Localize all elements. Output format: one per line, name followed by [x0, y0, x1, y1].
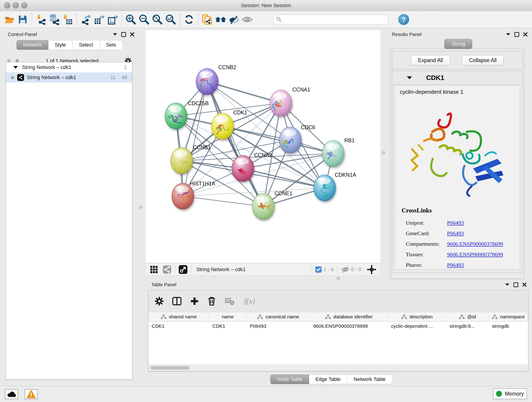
crosslink-link-tissues[interactable]: 9606.ENSP00000378699: [447, 251, 503, 258]
collapse-all-button[interactable]: Collapse All: [462, 55, 504, 65]
tab-network-table[interactable]: Network Table: [347, 375, 392, 384]
collapse-panel-icon[interactable]: [506, 33, 510, 36]
column-header-canonical-name[interactable]: canonical name: [247, 312, 310, 321]
import-network-icon: [36, 14, 46, 25]
zoom-out-button[interactable]: [138, 13, 151, 26]
network-node-CDK1[interactable]: CDK1: [211, 109, 247, 139]
string-style-button[interactable]: [163, 265, 171, 274]
tab-sets[interactable]: Sets: [100, 40, 123, 50]
warnings-button[interactable]: [25, 389, 38, 399]
selected-nodes-checkbox[interactable]: [315, 266, 322, 273]
memory-button[interactable]: Memory: [493, 388, 527, 399]
expand-all-button[interactable]: Expand All: [411, 55, 450, 65]
crosslink-link-compartments[interactable]: 9606.ENSP00000378699: [447, 241, 503, 247]
node-label-HIST1H1A: HIST1H1A: [190, 181, 215, 186]
tab-select[interactable]: Select: [73, 40, 100, 50]
network-node-CCNE1[interactable]: CCNE1: [252, 191, 292, 220]
scrollbar-thumb[interactable]: [151, 366, 190, 370]
column-header-database-identifier[interactable]: database identifier: [310, 312, 388, 321]
tab-edge-table[interactable]: Edge Table: [309, 375, 347, 384]
add-column-icon[interactable]: [190, 297, 199, 306]
column-header-name[interactable]: name: [209, 312, 247, 321]
column-header-id[interactable]: @id: [446, 312, 489, 321]
crosslink-link-genecard[interactable]: P06493: [447, 230, 464, 236]
network-edge[interactable]: [207, 82, 281, 103]
tab-string[interactable]: String: [444, 39, 472, 49]
show-all-button[interactable]: [241, 13, 254, 26]
column-header-shared-name[interactable]: shared name: [148, 312, 209, 321]
gene-section: CDK1 cyclin-dependent kinase 1: [392, 71, 523, 273]
collapse-panel-icon[interactable]: [113, 33, 117, 36]
save-session-button[interactable]: [16, 13, 29, 26]
network-node-CCNB2[interactable]: CCNB2: [196, 64, 236, 95]
table-options-gear-icon[interactable]: [155, 297, 164, 306]
right-splitter-handle[interactable]: [382, 151, 385, 154]
table-panel-title: Table Panel: [151, 282, 177, 287]
export-network-button[interactable]: [79, 13, 93, 26]
left-splitter-handle[interactable]: [139, 206, 143, 209]
float-panel-icon[interactable]: [513, 282, 518, 287]
network-row-selected[interactable]: String Network – cdk1 11 48: [6, 72, 132, 83]
delete-column-icon[interactable]: [208, 297, 216, 306]
gene-section-header[interactable]: CDK1: [392, 71, 522, 85]
column-header-namespace[interactable]: namespace: [489, 312, 528, 321]
node-label-CCNE1: CCNE1: [274, 191, 292, 196]
zoom-fit-button[interactable]: [151, 13, 164, 26]
import-network-from-database-button[interactable]: [48, 13, 61, 26]
crosslink-row: Pharos:P06493: [406, 260, 518, 270]
collapse-panel-icon[interactable]: [505, 283, 509, 286]
network-edge[interactable]: [183, 82, 207, 196]
network-collection-row[interactable]: String Network – cdk1 1: [6, 62, 132, 72]
network-edge[interactable]: [207, 82, 263, 206]
first-neighbors-button[interactable]: [214, 13, 227, 26]
close-panel-icon[interactable]: [523, 32, 527, 36]
export-table-button[interactable]: [93, 13, 106, 26]
birds-eye-view-button[interactable]: [179, 265, 187, 274]
memory-label: Memory: [505, 391, 524, 397]
export-image-button[interactable]: [106, 13, 119, 26]
import-network-button[interactable]: [34, 13, 48, 26]
tab-style[interactable]: Style: [48, 40, 73, 50]
refresh-button[interactable]: [182, 13, 196, 26]
delete-table-icon[interactable]: [225, 297, 234, 305]
float-panel-icon[interactable]: [514, 32, 519, 37]
table-row[interactable]: CDK1CDK1P064939606.ENSP00000378699cyclin…: [148, 322, 528, 331]
network-node-CDC6[interactable]: CDC6: [279, 124, 315, 153]
window-title: Session: New Session: [0, 0, 532, 11]
hidden-items-indicator[interactable]: [341, 266, 349, 273]
import-table-icon: [62, 14, 73, 25]
share-document-button[interactable]: [201, 13, 214, 26]
column-header-description[interactable]: description: [388, 312, 446, 321]
help-button[interactable]: ?: [398, 14, 409, 25]
hierarchy-icon: [492, 314, 498, 319]
hide-selected-button[interactable]: [227, 13, 241, 26]
show-columns-icon[interactable]: [172, 297, 181, 306]
network-canvas[interactable]: CCNB2CCNA1CDC25BCDK1CDC6RB1CCNB1CCNA2CDK…: [145, 30, 381, 263]
crosshair-icon: [367, 265, 376, 274]
crosslinks-title: CrossLinks: [402, 207, 432, 214]
network-node-HIST1H1A[interactable]: HIST1H1A: [172, 181, 215, 209]
open-session-button[interactable]: [3, 13, 16, 26]
tab-network[interactable]: Network: [17, 40, 48, 50]
zoom-in-button[interactable]: [124, 13, 138, 26]
network-edge[interactable]: [183, 196, 263, 206]
crosslink-link-pharos[interactable]: P06493: [447, 262, 464, 268]
tab-node-table[interactable]: Node Table: [270, 375, 309, 384]
close-panel-icon[interactable]: [522, 283, 526, 287]
import-table-button[interactable]: [61, 13, 74, 26]
function-builder-icon[interactable]: f(x): [243, 296, 259, 306]
network-node-CDKN1A[interactable]: CDKN1A: [314, 172, 356, 201]
show-grid-button[interactable]: [150, 266, 158, 274]
bottom-splitter-handle[interactable]: [336, 277, 340, 280]
float-panel-icon[interactable]: [121, 32, 126, 37]
gene-expand-icon[interactable]: [407, 76, 412, 79]
search-input[interactable]: [282, 15, 386, 24]
network-node-CCNB1[interactable]: CCNB1: [171, 144, 211, 174]
crosslink-link-uniprot[interactable]: P06493: [447, 220, 464, 226]
close-panel-icon[interactable]: [130, 32, 134, 36]
collection-expand-icon[interactable]: [13, 66, 18, 69]
cloud-status-button[interactable]: [5, 389, 18, 399]
fit-selected-button[interactable]: [367, 265, 376, 274]
network-node-RB1[interactable]: RB1: [322, 138, 355, 167]
zoom-selected-button[interactable]: [164, 13, 177, 26]
